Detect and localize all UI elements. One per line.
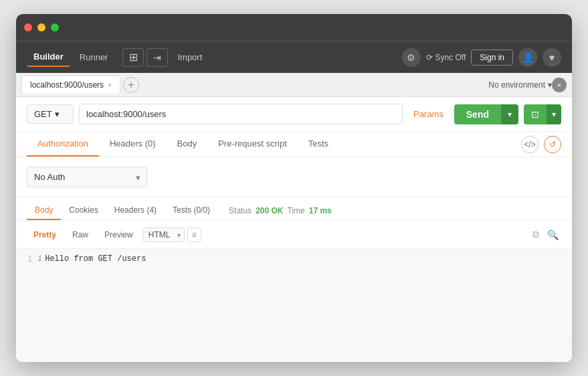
send-group: Send ▾ bbox=[454, 104, 518, 124]
refresh-button[interactable]: ↺ bbox=[544, 136, 561, 153]
auth-type-select-wrap: No Auth Basic Auth Digest Auth OAuth 1.0… bbox=[27, 167, 147, 187]
env-clear-button[interactable]: × bbox=[552, 78, 567, 92]
url-tab[interactable]: localhost:9000/users × bbox=[21, 76, 120, 94]
maximize-button[interactable] bbox=[51, 23, 59, 31]
add-tab-icon: + bbox=[128, 79, 134, 91]
import-icon: ⇥ bbox=[153, 52, 161, 63]
save-group: ⊡ ▾ bbox=[524, 104, 561, 124]
code-icon: </> bbox=[524, 140, 535, 149]
sync-icon: ⟳ bbox=[426, 53, 433, 62]
status-label: Status bbox=[229, 206, 252, 215]
env-label: No environment bbox=[488, 80, 545, 90]
tab-close-icon[interactable]: × bbox=[108, 82, 112, 89]
tab-url-label: localhost:9000/users bbox=[30, 80, 104, 90]
sign-in-button[interactable]: Sign in bbox=[471, 50, 513, 66]
send-dropdown-button[interactable]: ▾ bbox=[501, 104, 518, 124]
heart-icon: ♥ bbox=[549, 52, 555, 63]
auth-type-select[interactable]: No Auth Basic Auth Digest Auth OAuth 1.0… bbox=[27, 167, 147, 187]
navbar: Builder Runner ⊞ ⇥ Import ⚙ ⟳ Sync Off S… bbox=[16, 41, 572, 73]
fmt-tab-pretty[interactable]: Pretty bbox=[27, 227, 63, 242]
refresh-icon: ↺ bbox=[549, 140, 556, 149]
resp-tab-body[interactable]: Body bbox=[27, 201, 61, 220]
main-content: GET ▾ Params Send ▾ ⊡ ▾ bbox=[16, 97, 572, 362]
status-value: 200 OK bbox=[256, 206, 283, 215]
params-button[interactable]: Params bbox=[408, 109, 449, 119]
code-area: 1 iHello from GET /users bbox=[16, 249, 572, 362]
code-text-1: Hello from GET /users bbox=[45, 254, 146, 264]
environment-selector[interactable]: No environment ▾ bbox=[488, 80, 552, 90]
tab-tests[interactable]: Tests bbox=[298, 132, 339, 157]
import-icon-btn[interactable]: ⇥ bbox=[146, 48, 168, 67]
runner-tab[interactable]: Runner bbox=[73, 48, 115, 66]
heart-icon-btn[interactable]: ♥ bbox=[543, 48, 561, 67]
time-label: Time bbox=[287, 206, 304, 215]
response-area: Body Cookies Headers (4) Tests (0/0) Sta… bbox=[16, 197, 572, 362]
sync-button[interactable]: ⟳ Sync Off bbox=[426, 53, 466, 62]
method-label: GET bbox=[34, 109, 52, 119]
save-arrow-icon: ▾ bbox=[552, 110, 556, 119]
sync-label: Sync Off bbox=[435, 53, 466, 62]
time-value: 17 ms bbox=[309, 206, 332, 215]
fmt-tab-preview[interactable]: Preview bbox=[98, 227, 140, 242]
new-tab-icon-btn[interactable]: ⊞ bbox=[122, 48, 144, 67]
url-input[interactable] bbox=[79, 104, 403, 124]
language-select[interactable]: HTML JSON XML Text bbox=[142, 227, 185, 242]
response-status: Status 200 OK Time 17 ms bbox=[229, 206, 332, 215]
body-format-bar: Pretty Raw Preview HTML JSON XML Text bbox=[16, 221, 572, 249]
close-button[interactable] bbox=[24, 23, 32, 31]
request-bar: GET ▾ Params Send ▾ ⊡ ▾ bbox=[16, 97, 572, 132]
line-number-1: 1 bbox=[21, 254, 32, 264]
resp-tab-headers[interactable]: Headers (4) bbox=[106, 201, 165, 220]
env-clear-icon: × bbox=[557, 81, 561, 89]
search-button[interactable]: 🔍 bbox=[545, 227, 561, 243]
language-select-wrap: HTML JSON XML Text bbox=[142, 227, 185, 242]
copy-button[interactable]: ⧉ bbox=[530, 226, 542, 243]
minimize-button[interactable] bbox=[37, 23, 45, 31]
save-dropdown-button[interactable]: ▾ bbox=[547, 104, 561, 124]
user-icon-btn[interactable]: 👤 bbox=[518, 48, 537, 67]
save-button[interactable]: ⊡ bbox=[524, 104, 547, 124]
tab-body[interactable]: Body bbox=[167, 132, 208, 157]
save-icon: ⊡ bbox=[531, 109, 539, 120]
send-arrow-icon: ▾ bbox=[508, 110, 512, 119]
request-tabs: Authorization Headers (0) Body Pre-reque… bbox=[16, 132, 572, 157]
search-icon: 🔍 bbox=[547, 229, 559, 240]
response-tabs: Body Cookies Headers (4) Tests (0/0) Sta… bbox=[16, 197, 572, 221]
fmt-tab-raw[interactable]: Raw bbox=[66, 227, 95, 242]
copy-icon: ⧉ bbox=[532, 229, 539, 240]
code-view-button[interactable]: </> bbox=[521, 136, 538, 153]
format-align-button[interactable]: ≡ bbox=[187, 227, 201, 242]
builder-tab[interactable]: Builder bbox=[27, 48, 70, 67]
format-align-icon: ≡ bbox=[192, 230, 197, 240]
tab-headers[interactable]: Headers (0) bbox=[99, 132, 167, 157]
line-numbers: 1 bbox=[16, 254, 37, 357]
auth-section: No Auth Basic Auth Digest Auth OAuth 1.0… bbox=[16, 157, 572, 197]
resp-tab-cookies[interactable]: Cookies bbox=[61, 201, 106, 220]
line-marker: i bbox=[37, 254, 42, 264]
settings-icon-btn[interactable]: ⚙ bbox=[402, 48, 421, 67]
titlebar bbox=[16, 14, 572, 41]
code-line-1: iHello from GET /users bbox=[37, 254, 572, 264]
settings-icon: ⚙ bbox=[407, 52, 415, 63]
code-content: iHello from GET /users bbox=[37, 254, 572, 357]
user-icon: 👤 bbox=[522, 52, 534, 63]
method-arrow-icon: ▾ bbox=[55, 109, 60, 119]
tab-authorization[interactable]: Authorization bbox=[27, 132, 99, 157]
new-tab-icon: ⊞ bbox=[129, 51, 138, 64]
add-tab-button[interactable]: + bbox=[123, 77, 139, 93]
tabbar: localhost:9000/users × + No environment … bbox=[16, 73, 572, 97]
import-btn[interactable]: Import bbox=[171, 48, 209, 66]
tab-pre-request-script[interactable]: Pre-request script bbox=[207, 132, 298, 157]
method-select[interactable]: GET ▾ bbox=[27, 104, 74, 124]
resp-tab-tests[interactable]: Tests (0/0) bbox=[165, 201, 218, 220]
send-button[interactable]: Send bbox=[454, 104, 501, 124]
